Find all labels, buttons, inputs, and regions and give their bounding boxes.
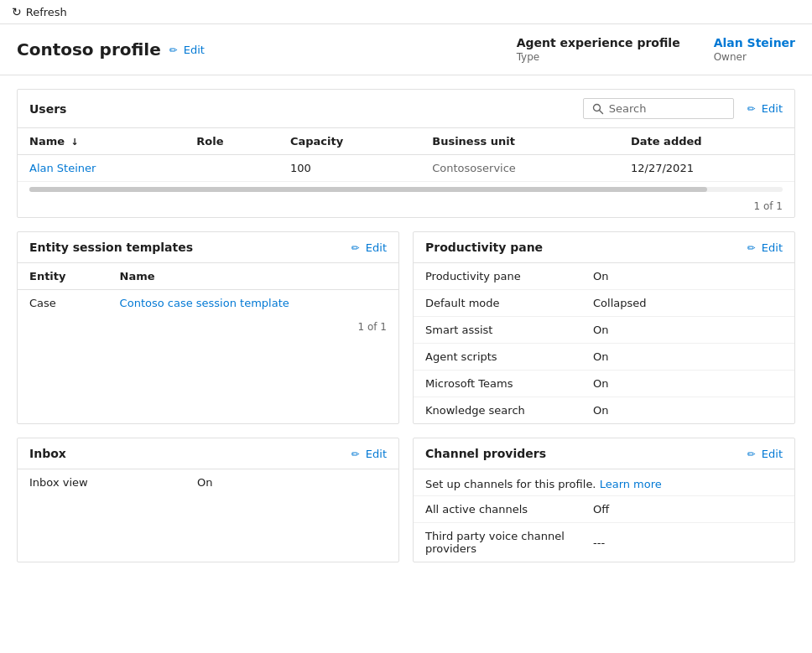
profile-type-value: Agent experience profile xyxy=(517,36,680,49)
mid-two-col: Entity session templates Edit Entity Nam… xyxy=(17,231,795,424)
profile-type-label: Type xyxy=(517,51,680,63)
users-section-title: Users xyxy=(29,102,66,116)
profile-owner-label: Owner xyxy=(714,51,795,63)
channel-providers-edit-button[interactable]: Edit xyxy=(747,448,783,460)
channel-description: Set up channels for this profile. Learn … xyxy=(414,469,794,496)
users-section: Users Search Edit Name ↓ xyxy=(17,89,795,218)
users-table-header-row: Name ↓ Role Capacity Business unit Date … xyxy=(18,128,794,155)
productivity-panel-header: Productivity pane Edit xyxy=(414,232,794,263)
entity-session-title: Entity session templates xyxy=(29,241,193,254)
list-item: Smart assist On xyxy=(414,317,794,344)
kv-value: On xyxy=(593,350,608,363)
list-item: Productivity pane On xyxy=(414,263,794,290)
entity-cell: Case xyxy=(18,290,108,317)
channel-providers-body: Set up channels for this profile. Learn … xyxy=(414,469,794,562)
list-item: Agent scripts On xyxy=(414,344,794,371)
channel-providers-panel-header: Channel providers Edit xyxy=(414,438,794,469)
sort-arrow: ↓ xyxy=(71,137,79,148)
pencil-icon xyxy=(747,241,758,254)
users-pagination: 1 of 1 xyxy=(18,195,794,217)
search-icon xyxy=(592,103,604,115)
refresh-icon xyxy=(12,5,26,18)
entity-session-pagination: 1 of 1 xyxy=(18,316,398,338)
productivity-edit-button[interactable]: Edit xyxy=(747,241,783,254)
users-section-actions: Search Edit xyxy=(583,98,783,119)
profile-owner-value: Alan Steiner xyxy=(714,36,795,49)
inbox-title: Inbox xyxy=(29,447,66,460)
kv-label: Knowledge search xyxy=(425,404,593,417)
user-role-cell xyxy=(185,155,278,182)
scroll-thumb xyxy=(29,187,707,192)
kv-label: Third party voice channel providers xyxy=(425,530,593,555)
kv-value: On xyxy=(593,270,608,282)
main-content: Users Search Edit Name ↓ xyxy=(0,89,812,579)
table-row: Alan Steiner 100 Contososervice 12/27/20… xyxy=(18,155,794,182)
table-row: Case Contoso case session template xyxy=(18,290,398,317)
kv-label: All active channels xyxy=(425,503,593,516)
list-item: Knowledge search On xyxy=(414,397,794,423)
learn-more-link[interactable]: Learn more xyxy=(600,478,662,490)
productivity-panel: Productivity pane Edit Productivity pane… xyxy=(413,231,795,424)
user-business-unit-cell: Contososervice xyxy=(420,155,619,182)
channel-providers-panel: Channel providers Edit Set up channels f… xyxy=(413,438,795,562)
user-name-cell[interactable]: Alan Steiner xyxy=(18,155,185,182)
col-name: Name xyxy=(108,263,398,290)
kv-value: Off xyxy=(593,503,609,516)
pencil-icon xyxy=(351,241,362,254)
list-item: All active channels Off xyxy=(414,496,794,523)
productivity-body: Productivity pane On Default mode Collap… xyxy=(414,263,794,423)
horizontal-scrollbar[interactable] xyxy=(29,187,783,192)
inbox-panel-header: Inbox Edit xyxy=(18,438,398,469)
profile-edit-button[interactable]: Edit xyxy=(169,44,205,56)
users-section-header: Users Search Edit xyxy=(18,90,794,128)
list-item: Inbox view On xyxy=(18,469,398,495)
refresh-button[interactable]: Refresh xyxy=(26,6,67,18)
users-search-input[interactable]: Search xyxy=(583,98,734,119)
channel-providers-title: Channel providers xyxy=(425,447,546,460)
col-entity: Entity xyxy=(18,263,108,290)
user-date-added-cell: 12/27/2021 xyxy=(619,155,794,182)
col-name: Name ↓ xyxy=(18,128,185,155)
kv-label: Productivity pane xyxy=(425,270,593,282)
list-item: Third party voice channel providers --- xyxy=(414,523,794,562)
pencil-icon xyxy=(169,44,180,56)
template-name-cell[interactable]: Contoso case session template xyxy=(108,290,398,317)
entity-session-edit-button[interactable]: Edit xyxy=(351,241,387,254)
pencil-icon xyxy=(747,102,758,115)
kv-value: Collapsed xyxy=(593,297,647,309)
profile-owner-meta: Alan Steiner Owner xyxy=(714,36,795,63)
svg-line-1 xyxy=(599,110,602,113)
entity-session-body: Entity Name Case Contoso case session te… xyxy=(18,263,398,338)
search-placeholder: Search xyxy=(609,102,647,115)
kv-value: On xyxy=(593,324,608,336)
inbox-panel: Inbox Edit Inbox view On xyxy=(17,438,399,562)
entity-session-header-row: Entity Name xyxy=(18,263,398,290)
page-title: Contoso profile xyxy=(17,39,161,60)
kv-value: On xyxy=(593,377,608,390)
user-capacity-cell: 100 xyxy=(278,155,420,182)
top-bar: Refresh xyxy=(0,0,812,24)
entity-session-panel-header: Entity session templates Edit xyxy=(18,232,398,263)
page-header: Contoso profile Edit Agent experience pr… xyxy=(0,24,812,75)
list-item: Default mode Collapsed xyxy=(414,290,794,317)
entity-session-panel: Entity session templates Edit Entity Nam… xyxy=(17,231,399,424)
col-date-added: Date added xyxy=(619,128,794,155)
kv-value: On xyxy=(197,476,212,489)
header-right: Agent experience profile Type Alan Stein… xyxy=(517,36,795,63)
col-role: Role xyxy=(185,128,278,155)
kv-label: Microsoft Teams xyxy=(425,377,593,390)
kv-label: Default mode xyxy=(425,297,593,309)
col-capacity: Capacity xyxy=(278,128,420,155)
kv-label: Inbox view xyxy=(29,476,197,489)
users-edit-button[interactable]: Edit xyxy=(747,102,783,115)
productivity-title: Productivity pane xyxy=(425,241,543,254)
entity-session-table: Entity Name Case Contoso case session te… xyxy=(18,263,398,316)
kv-value: On xyxy=(593,404,608,417)
kv-label: Smart assist xyxy=(425,324,593,336)
users-table: Name ↓ Role Capacity Business unit Date … xyxy=(18,128,794,182)
pencil-icon xyxy=(351,448,362,460)
inbox-edit-button[interactable]: Edit xyxy=(351,448,387,460)
list-item: Microsoft Teams On xyxy=(414,371,794,397)
col-business-unit: Business unit xyxy=(420,128,619,155)
kv-value: --- xyxy=(593,536,605,549)
